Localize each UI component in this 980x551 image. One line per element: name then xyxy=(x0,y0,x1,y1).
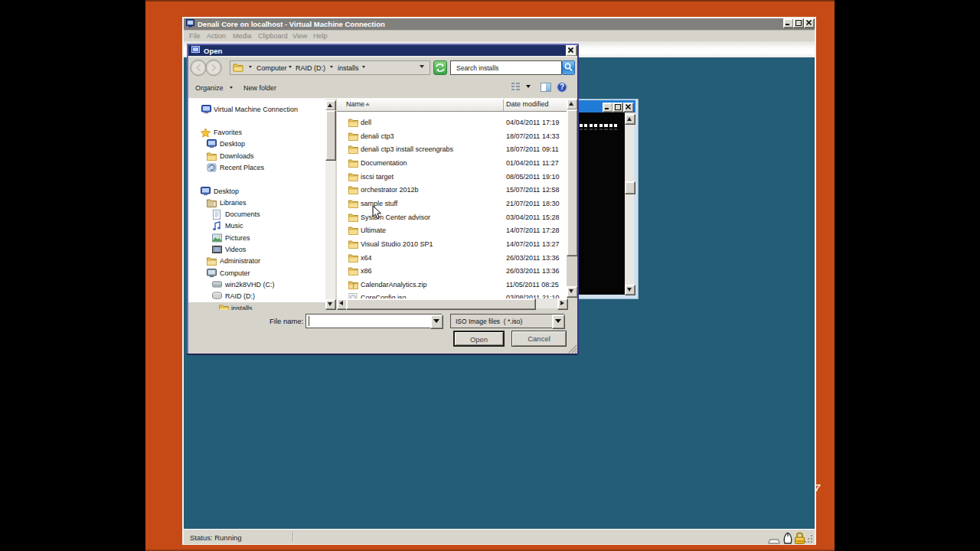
svg-text:?: ? xyxy=(560,83,564,91)
